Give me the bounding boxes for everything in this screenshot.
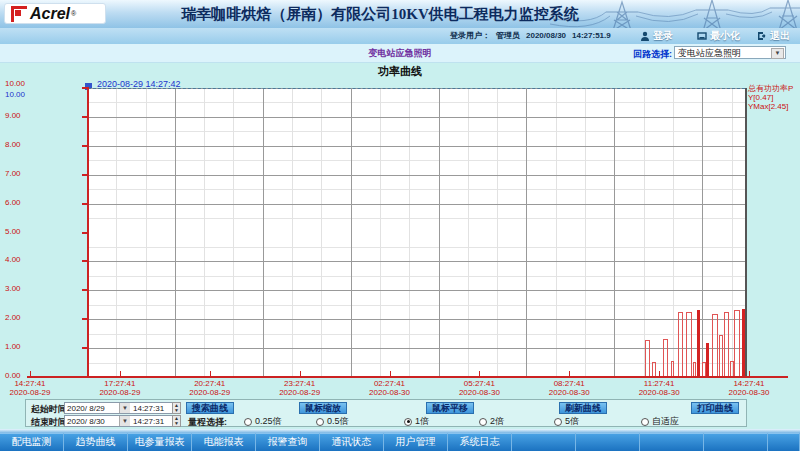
x-tick-mark (659, 371, 660, 376)
x-tick-label: 11:27:412020-08-30 (624, 379, 694, 397)
range-option-label: 2倍 (490, 415, 504, 428)
exit-icon (757, 31, 767, 41)
title-bar: Acrel ® 瑞幸咖啡烘焙（屏南）有限公司10KV供电工程电力监控系统 (0, 0, 800, 29)
x-tick-mark (749, 371, 750, 376)
y-tick-label: 7.00 (5, 169, 35, 178)
acrel-logo: Acrel ® (4, 3, 106, 24)
bottom-tab-bar: 配电监测趋势曲线电参量报表电能报表报警查询通讯状态用户管理系统日志 (0, 433, 800, 451)
power-pulse (724, 312, 729, 378)
calendar-dropdown-icon[interactable]: ▼ (119, 416, 130, 426)
x-tick-time: 17:27:41 (85, 379, 155, 388)
radio-icon (641, 418, 649, 426)
acrel-logo-icon (11, 6, 27, 22)
y-tick-mark (82, 87, 89, 89)
x-tick-label: 23:27:412020-08-29 (265, 379, 335, 397)
x-tick-date: 2020-08-30 (624, 388, 694, 397)
power-pulse (719, 335, 723, 378)
login-user-label: 登录用户： (450, 31, 490, 40)
login-user-name: 管理员 (496, 31, 520, 40)
minimize-button[interactable]: 最小化 (697, 29, 740, 43)
end-time-value: 14:27:31 (130, 417, 178, 426)
range-option-0.5倍[interactable]: 0.5倍 (316, 415, 349, 428)
x-tick-mark (569, 371, 570, 376)
radio-icon (479, 418, 487, 426)
search-curve-button[interactable]: 搜索曲线 (186, 402, 234, 414)
x-tick-label: 05:27:412020-08-30 (444, 379, 514, 397)
x-tick-time: 23:27:41 (265, 379, 335, 388)
end-datetime-field[interactable]: 2020/ 8/30 ▼ 14:27:31 (64, 415, 179, 427)
circuit-select-dropdown[interactable]: 变电站应急照明 ▼ (674, 46, 786, 59)
range-option-2倍[interactable]: 2倍 (479, 415, 504, 428)
y-tick-mark (82, 260, 89, 262)
sub-header: 变电站应急照明 回路选择: 变电站应急照明 ▼ (0, 44, 800, 63)
x-tick-date: 2020-08-29 (175, 388, 245, 397)
tab-电参量报表[interactable]: 电参量报表 (128, 433, 192, 451)
y-tick-mark (82, 318, 89, 320)
curve-controls-panel: 起始时间: 2020/ 8/29 ▼ 14:27:31 ▲▼ 结束时间: 202… (25, 399, 747, 427)
y-tick-label: 2.00 (5, 313, 35, 322)
power-pulse (663, 339, 668, 378)
x-tick-mark (390, 371, 391, 376)
series-legend: 总有功功率P Y[0.47] YMax[2.45] (748, 84, 800, 111)
range-option-5倍[interactable]: 5倍 (554, 415, 579, 428)
radio-icon (244, 418, 252, 426)
y-tick-mark (82, 289, 89, 291)
tab-趋势曲线[interactable]: 趋势曲线 (64, 433, 128, 451)
print-curve-button[interactable]: 打印曲线 (691, 402, 739, 414)
legend-y-max: YMax[2.45] (748, 102, 800, 111)
start-datetime-field[interactable]: 2020/ 8/29 ▼ 14:27:31 (64, 402, 179, 414)
radio-icon (554, 418, 562, 426)
y-tick-label: 5.00 (5, 227, 35, 236)
chevron-down-icon[interactable]: ▼ (771, 48, 784, 59)
tab-系统日志[interactable]: 系统日志 (448, 433, 512, 451)
x-tick-date: 2020-08-29 (85, 388, 155, 397)
tab-通讯状态[interactable]: 通讯状态 (320, 433, 384, 451)
x-axis-line (27, 376, 788, 378)
x-tick-label: 14:27:412020-08-29 (0, 379, 65, 397)
login-button[interactable]: 登录 (640, 29, 673, 43)
mouse-pan-button[interactable]: 鼠标平移 (426, 402, 474, 414)
power-pulse (712, 314, 718, 378)
start-time-spinner[interactable]: ▲▼ (172, 402, 181, 414)
calendar-dropdown-icon[interactable]: ▼ (119, 403, 130, 413)
power-curve-plot[interactable] (88, 88, 745, 378)
refresh-curve-button[interactable]: 刷新曲线 (559, 402, 607, 414)
range-option-label: 自适应 (652, 415, 679, 428)
acrel-logo-text: Acrel (30, 5, 70, 23)
exit-button[interactable]: 退出 (757, 29, 790, 43)
x-tick-time: 14:27:41 (0, 379, 65, 388)
tab-报警查询[interactable]: 报警查询 (256, 433, 320, 451)
tab-用户管理[interactable]: 用户管理 (384, 433, 448, 451)
range-option-label: 5倍 (565, 415, 579, 428)
range-option-1倍[interactable]: 1倍 (404, 415, 429, 428)
y-tick-label: 1.00 (5, 342, 35, 351)
circuit-select-value: 变电站应急照明 (678, 48, 741, 58)
status-bar: 登录用户：管理员2020/08/3014:27:51.9 登录 最小化 退出 (0, 28, 800, 45)
end-time-spinner[interactable]: ▲▼ (172, 415, 181, 427)
tab-配电监测[interactable]: 配电监测 (0, 433, 64, 451)
range-option-0.25倍[interactable]: 0.25倍 (244, 415, 282, 428)
login-button-label: 登录 (653, 29, 673, 43)
x-tick-date: 2020-08-30 (444, 388, 514, 397)
x-tick-label: 17:27:412020-08-29 (85, 379, 155, 397)
x-tick-mark (120, 371, 121, 376)
plot-right-border (745, 88, 747, 377)
registered-mark: ® (71, 10, 76, 17)
tabbar-filler (768, 433, 800, 451)
tab-电能报表[interactable]: 电能报表 (192, 433, 256, 451)
tab-empty (512, 433, 576, 451)
y-tick-label: 8.00 (5, 140, 35, 149)
start-date-value: 2020/ 8/29 (65, 404, 119, 413)
range-option-自适应[interactable]: 自适应 (641, 415, 679, 428)
power-pulse (686, 312, 692, 378)
radio-icon (316, 418, 324, 426)
power-pulse (706, 343, 709, 378)
y-tick-mark (82, 347, 89, 349)
x-tick-mark (479, 371, 480, 376)
tab-empty (576, 433, 640, 451)
x-tick-mark (30, 371, 31, 376)
mouse-zoom-button[interactable]: 鼠标缩放 (299, 402, 347, 414)
x-tick-time: 14:27:41 (714, 379, 784, 388)
x-tick-date: 2020-08-30 (534, 388, 604, 397)
login-user-info: 登录用户：管理员2020/08/3014:27:51.9 (450, 30, 617, 41)
